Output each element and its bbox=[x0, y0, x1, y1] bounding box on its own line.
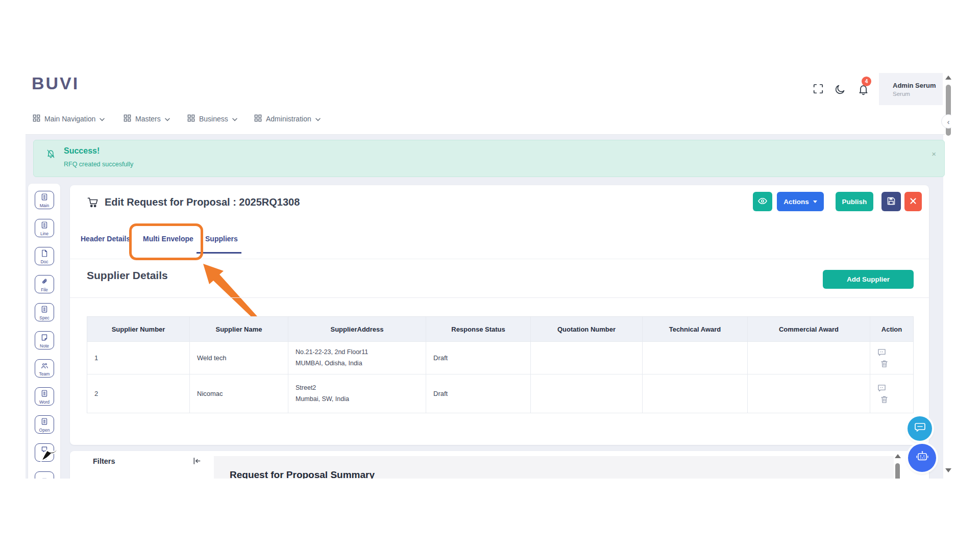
document-icon bbox=[41, 390, 48, 400]
bell-slash-icon bbox=[46, 149, 56, 161]
cell-technical-award bbox=[643, 342, 748, 374]
table-row: 2 Nicomac Street2 Mumbai, SW, India Draf… bbox=[87, 374, 913, 413]
sidebar-item-note[interactable]: Note bbox=[35, 331, 54, 349]
cell-technical-award bbox=[643, 374, 748, 413]
document-icon bbox=[41, 478, 48, 479]
nav-item-label: Business bbox=[199, 115, 228, 123]
sidebar-item-spec[interactable]: Spec bbox=[35, 303, 54, 321]
close-button[interactable] bbox=[904, 192, 922, 211]
sidebar-item-main[interactable]: Main bbox=[35, 191, 54, 209]
column-header: Supplier Number bbox=[87, 317, 190, 341]
column-header: Response Status bbox=[426, 317, 531, 341]
column-header: SupplierAddress bbox=[288, 317, 426, 341]
scroll-down-arrow[interactable] bbox=[945, 468, 951, 472]
sidebar-item-team[interactable]: Team bbox=[35, 359, 54, 378]
address-line: Mumbai, SW, India bbox=[296, 394, 419, 405]
app-logo: BUVI bbox=[32, 73, 79, 93]
cell-supplier-number: 2 bbox=[87, 374, 190, 413]
nav-collapse-button[interactable]: ‹ bbox=[941, 114, 951, 129]
nav-item-masters[interactable]: Masters bbox=[124, 114, 170, 123]
alert-title: Success! bbox=[64, 146, 100, 156]
cell-quotation-number bbox=[531, 342, 643, 374]
sidebar-item-word[interactable]: Word bbox=[35, 387, 54, 406]
column-header: Commercial Award bbox=[748, 317, 870, 341]
document-icon bbox=[41, 193, 48, 204]
people-icon bbox=[41, 362, 48, 372]
caret-down-icon bbox=[813, 201, 817, 203]
comment-icon[interactable] bbox=[877, 384, 886, 392]
rfp-summary-heading: Request for Proposal Summary bbox=[230, 469, 375, 479]
sidebar-item-file[interactable]: File bbox=[35, 275, 54, 293]
sidebar-item-partial[interactable] bbox=[35, 471, 54, 479]
sidebar-item-label: Open bbox=[39, 428, 50, 433]
suppliers-table: Supplier Number Supplier Name SupplierAd… bbox=[87, 316, 914, 413]
table-header-row: Supplier Number Supplier Name SupplierAd… bbox=[87, 317, 913, 342]
section-divider bbox=[70, 297, 929, 298]
preview-button[interactable] bbox=[753, 192, 772, 211]
notification-badge: 4 bbox=[862, 77, 871, 86]
document-icon bbox=[41, 418, 48, 428]
cell-supplier-number: 1 bbox=[87, 342, 190, 374]
delete-icon[interactable] bbox=[880, 360, 888, 368]
actions-button[interactable]: Actions bbox=[777, 192, 824, 211]
chevron-down-icon bbox=[315, 115, 321, 123]
publish-button[interactable]: Publish bbox=[836, 192, 873, 211]
cell-actions bbox=[870, 342, 913, 374]
scrollbar-thumb[interactable] bbox=[895, 463, 900, 479]
chevron-down-icon bbox=[100, 115, 105, 123]
sidebar-item-te[interactable]: Te bbox=[35, 443, 54, 462]
document-icon bbox=[41, 221, 48, 232]
shortcut-sidebar: Main Line Doc File Spec Note Team Word bbox=[28, 184, 60, 479]
sidebar-item-open[interactable]: Open bbox=[35, 415, 54, 434]
address-line: No.21-22-23, 2nd Floor11 bbox=[296, 347, 419, 358]
supplier-details-heading: Supplier Details bbox=[87, 269, 168, 282]
chat-fab[interactable] bbox=[908, 416, 932, 441]
cell-supplier-name: Weld tech bbox=[190, 342, 288, 374]
column-header: Action bbox=[870, 317, 913, 341]
grid-icon bbox=[33, 114, 40, 123]
sidebar-item-label: Team bbox=[39, 372, 50, 377]
page-icon bbox=[41, 249, 48, 260]
grid-icon bbox=[187, 114, 195, 123]
tab-suppliers[interactable]: Suppliers bbox=[205, 235, 238, 243]
assistant-bot-fab[interactable] bbox=[908, 444, 936, 472]
user-menu[interactable]: Admin Serum Serum bbox=[879, 73, 943, 105]
page-title: Edit Request for Proposal : 2025RQ1308 bbox=[105, 196, 300, 208]
chat-bubble-icon bbox=[914, 421, 926, 436]
address-line: MUMBAI, Odisha, India bbox=[296, 358, 419, 369]
sidebar-item-label: Doc bbox=[40, 260, 48, 264]
nav-item-main-navigation[interactable]: Main Navigation bbox=[33, 114, 105, 123]
publish-button-label: Publish bbox=[842, 198, 867, 206]
comment-icon[interactable] bbox=[877, 348, 886, 357]
cart-icon bbox=[87, 197, 99, 210]
tab-header-details[interactable]: Header Details bbox=[81, 235, 130, 243]
rfp-summary-panel: Request for Proposal Summary bbox=[214, 456, 894, 479]
scroll-up-arrow[interactable] bbox=[945, 76, 951, 80]
active-tab-underline bbox=[197, 252, 241, 254]
collapse-panel-icon[interactable] bbox=[192, 457, 201, 465]
user-name: Admin Serum bbox=[893, 82, 943, 89]
add-supplier-button[interactable]: Add Supplier bbox=[823, 270, 914, 289]
save-floppy-icon bbox=[887, 196, 896, 207]
tab-row-border bbox=[70, 259, 929, 259]
sidebar-item-line[interactable]: Line bbox=[35, 219, 54, 237]
fullscreen-button[interactable] bbox=[812, 83, 825, 96]
alert-close-icon[interactable]: × bbox=[932, 149, 936, 158]
delete-icon[interactable] bbox=[880, 395, 888, 404]
cell-commercial-award bbox=[748, 374, 870, 413]
scroll-up-arrow[interactable] bbox=[895, 454, 901, 458]
nav-item-label: Main Navigation bbox=[44, 115, 95, 123]
tab-multi-envelope[interactable]: Multi Envelope bbox=[143, 235, 193, 243]
dark-mode-button[interactable] bbox=[834, 84, 847, 97]
sidebar-item-label: Main bbox=[40, 204, 49, 208]
window-scrollbar bbox=[945, 71, 951, 479]
grid-icon bbox=[254, 114, 262, 123]
save-button[interactable] bbox=[881, 192, 901, 211]
nav-item-business[interactable]: Business bbox=[187, 114, 237, 123]
nav-item-administration[interactable]: Administration bbox=[254, 114, 321, 123]
address-line: Street2 bbox=[296, 383, 419, 394]
cell-supplier-name: Nicomac bbox=[190, 374, 288, 413]
sidebar-item-doc[interactable]: Doc bbox=[35, 247, 54, 265]
sidebar-item-label: File bbox=[41, 288, 48, 292]
filters-label: Filters bbox=[93, 457, 115, 465]
